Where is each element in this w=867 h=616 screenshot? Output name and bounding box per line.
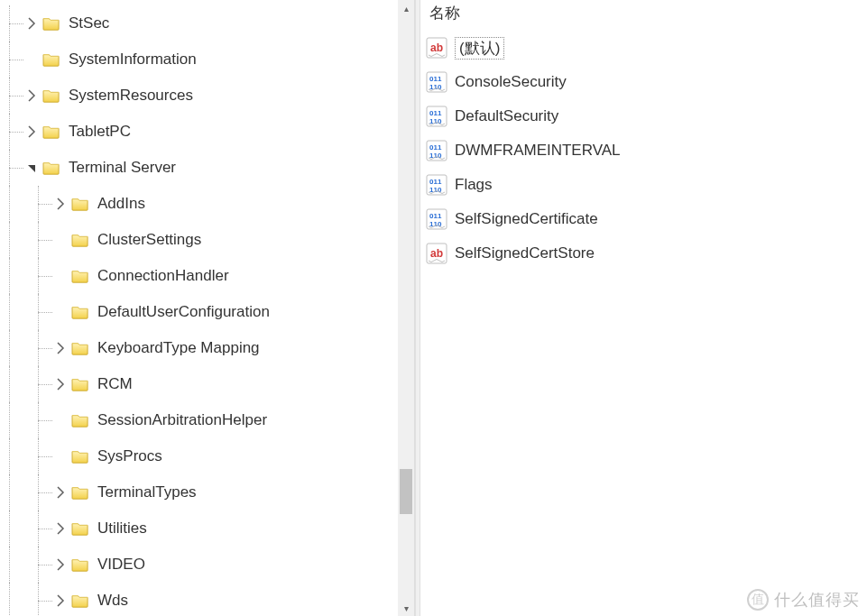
tree-item-label: Wds <box>96 591 132 611</box>
expander-none <box>54 305 69 319</box>
scroll-up-arrow-icon[interactable]: ▴ <box>398 0 414 16</box>
reg-binary-icon <box>426 106 447 127</box>
folder-icon <box>42 160 61 176</box>
registry-tree[interactable]: StSecSystemInformationSystemResourcesTab… <box>0 0 414 616</box>
chevron-right-icon[interactable] <box>54 521 69 536</box>
value-row[interactable]: Flags <box>426 168 867 202</box>
chevron-right-icon[interactable] <box>54 593 69 608</box>
value-row[interactable]: DWMFRAMEINTERVAL <box>426 133 867 168</box>
expander-none <box>54 413 69 428</box>
value-name: Flags <box>455 176 493 194</box>
folder-icon <box>42 51 61 68</box>
value-row[interactable]: SelfSignedCertStore <box>426 236 867 271</box>
folder-icon <box>70 376 90 392</box>
chevron-right-icon[interactable] <box>54 485 69 500</box>
tree-item[interactable]: DefaultUserConfiguration <box>0 294 414 330</box>
chevron-right-icon[interactable] <box>25 16 40 31</box>
tree-item-label: Terminal Server <box>67 158 180 178</box>
reg-string-icon <box>426 37 447 59</box>
tree-item[interactable]: Wds <box>0 583 414 616</box>
value-name: DefaultSecurity <box>455 107 558 125</box>
tree-item-label: SysProcs <box>96 446 166 466</box>
reg-binary-icon <box>426 174 447 196</box>
tree-item-label: KeyboardType Mapping <box>96 338 263 358</box>
column-header-name[interactable]: 名称 <box>420 0 867 27</box>
chevron-right-icon[interactable] <box>54 377 69 391</box>
folder-icon <box>70 412 90 428</box>
chevron-right-icon[interactable] <box>54 197 69 211</box>
folder-icon <box>70 593 90 609</box>
tree-item[interactable]: ConnectionHandler <box>0 258 414 294</box>
tree-pane: StSecSystemInformationSystemResourcesTab… <box>0 0 415 616</box>
folder-icon <box>42 124 61 140</box>
tree-item-label: StSec <box>67 14 113 33</box>
scroll-thumb[interactable] <box>400 469 412 514</box>
folder-icon <box>70 232 90 248</box>
tree-item-label: TerminalTypes <box>96 483 200 502</box>
value-row[interactable]: (默认) <box>426 31 867 65</box>
folder-icon <box>70 448 90 464</box>
tree-item-label: SystemResources <box>67 86 197 106</box>
value-name: DWMFRAMEINTERVAL <box>455 142 621 160</box>
folder-icon <box>42 87 61 104</box>
tree-item[interactable]: KeyboardType Mapping <box>0 330 414 366</box>
tree-item-label: SystemInformation <box>67 50 200 69</box>
reg-binary-icon <box>426 208 447 230</box>
tree-item-label: ConnectionHandler <box>96 266 233 286</box>
tree-item[interactable]: SystemResources <box>0 78 414 114</box>
folder-icon <box>70 304 90 320</box>
tree-item[interactable]: SysProcs <box>0 438 414 474</box>
chevron-right-icon[interactable] <box>54 557 69 572</box>
tree-item[interactable]: Utilities <box>0 510 414 547</box>
tree-scrollbar[interactable]: ▴ ▾ <box>398 0 414 616</box>
tree-item[interactable]: RCM <box>0 366 414 402</box>
value-name: SelfSignedCertificate <box>455 210 598 228</box>
folder-icon <box>70 196 90 212</box>
reg-binary-icon <box>426 140 447 161</box>
reg-binary-icon <box>426 71 447 93</box>
tree-item[interactable]: StSec <box>0 5 414 41</box>
expander-none <box>54 449 69 464</box>
value-row[interactable]: SelfSignedCertificate <box>426 202 867 236</box>
value-name: SelfSignedCertStore <box>455 244 595 262</box>
chevron-right-icon[interactable] <box>25 88 40 103</box>
value-list[interactable]: (默认)ConsoleSecurityDefaultSecurityDWMFRA… <box>420 27 867 271</box>
tree-item-label: AddIns <box>96 194 149 214</box>
scroll-down-arrow-icon[interactable]: ▾ <box>398 600 414 616</box>
chevron-right-icon[interactable] <box>54 341 69 355</box>
folder-icon <box>42 15 61 32</box>
tree-item[interactable]: AddIns <box>0 186 414 222</box>
tree-item[interactable]: VIDEO <box>0 547 414 583</box>
reg-string-icon <box>426 243 447 264</box>
tree-item[interactable]: TerminalTypes <box>0 474 414 510</box>
folder-icon <box>70 520 90 537</box>
value-row[interactable]: DefaultSecurity <box>426 99 867 133</box>
expander-none <box>54 269 69 283</box>
value-name: ConsoleSecurity <box>455 73 567 91</box>
tree-item[interactable]: ClusterSettings <box>0 222 414 258</box>
tree-item-label: SessionArbitrationHelper <box>96 410 271 430</box>
chevron-down-icon[interactable] <box>25 161 40 175</box>
value-name: (默认) <box>455 37 504 60</box>
folder-icon <box>70 556 90 573</box>
folder-icon <box>70 340 90 356</box>
folder-icon <box>70 484 90 501</box>
tree-item-label: RCM <box>96 374 136 394</box>
tree-item-label: Utilities <box>96 519 151 538</box>
tree-item[interactable]: Terminal Server <box>0 150 414 186</box>
expander-none <box>54 233 69 247</box>
folder-icon <box>70 268 90 284</box>
tree-item-label: TabletPC <box>67 122 134 142</box>
tree-item[interactable]: SessionArbitrationHelper <box>0 402 414 438</box>
tree-item[interactable]: TabletPC <box>0 114 414 150</box>
expander-none <box>25 52 40 67</box>
tree-item[interactable]: SystemInformation <box>0 41 414 78</box>
tree-item-label: ClusterSettings <box>96 230 205 250</box>
chevron-right-icon[interactable] <box>25 124 40 139</box>
tree-item-label: VIDEO <box>96 555 149 575</box>
value-row[interactable]: ConsoleSecurity <box>426 65 867 99</box>
column-header-name-label: 名称 <box>429 3 460 23</box>
tree-item-label: DefaultUserConfiguration <box>96 302 273 322</box>
values-pane: 名称 (默认)ConsoleSecurityDefaultSecurityDWM… <box>420 0 867 616</box>
